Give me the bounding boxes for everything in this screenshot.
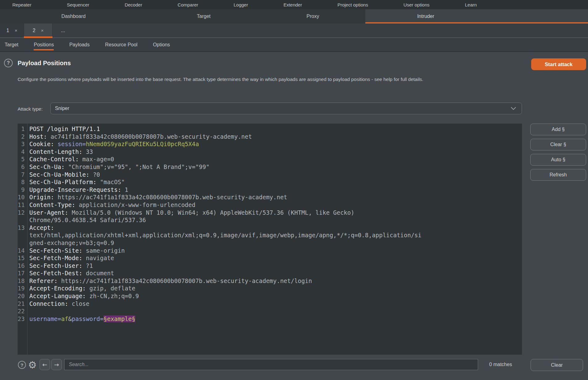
request-line: 10Origin: https://ac741f1a1f833a42c08060… bbox=[18, 193, 522, 201]
request-line: 12User-Agent: Mozilla/5.0 (Windows NT 10… bbox=[18, 209, 522, 217]
request-line: 9Upgrade-Insecure-Requests: 1 bbox=[18, 186, 522, 194]
tab-target[interactable]: Target bbox=[147, 9, 260, 23]
request-editor[interactable]: 1POST /login HTTP/1.12Host: ac741f1a1f83… bbox=[18, 124, 522, 355]
line-segment: Accept: bbox=[29, 224, 54, 231]
line-number: 21 bbox=[18, 300, 27, 308]
tab-intruder[interactable]: Intruder bbox=[365, 9, 588, 23]
attack-tab-1[interactable]: 1× bbox=[0, 23, 24, 37]
line-content: Sec-Ch-Ua-Platform: "macOS" bbox=[27, 178, 125, 186]
tab-positions[interactable]: Positions bbox=[34, 38, 54, 51]
next-match-button[interactable]: → bbox=[51, 359, 62, 370]
tab-options[interactable]: Options bbox=[153, 38, 170, 51]
line-segment: username= bbox=[29, 315, 61, 322]
section-tabs: TargetPositionsPayloadsResource PoolOpti… bbox=[0, 38, 588, 52]
menu-item-learn[interactable]: Learn bbox=[465, 2, 477, 7]
line-segment: Upgrade-Insecure-Requests: bbox=[29, 186, 125, 193]
attack-type-label: Attack type: bbox=[18, 106, 43, 112]
line-number: 18 bbox=[18, 277, 27, 285]
side-button-auto[interactable]: Auto § bbox=[530, 154, 586, 166]
line-number: 12 bbox=[18, 209, 27, 217]
line-segment: gzip, deflate bbox=[89, 285, 135, 292]
tab-proxy[interactable]: Proxy bbox=[260, 9, 365, 23]
request-line: 8Sec-Ch-Ua-Platform: "macOS" bbox=[18, 178, 522, 186]
line-content: Sec-Fetch-User: ?1 bbox=[27, 262, 93, 270]
line-number: 15 bbox=[18, 254, 27, 262]
menu-item-repeater[interactable]: Repeater bbox=[12, 2, 32, 7]
close-tab-icon[interactable]: × bbox=[41, 28, 44, 33]
line-content: Chrome/95.0.4638.54 Safari/537.36 bbox=[27, 216, 146, 224]
help-icon[interactable]: ? bbox=[18, 361, 26, 369]
line-number bbox=[18, 216, 27, 224]
line-number: 8 bbox=[18, 178, 27, 186]
menu-item-project-options[interactable]: Project options bbox=[338, 2, 368, 7]
line-segment: text/html,application/xhtml+xml,applicat… bbox=[29, 232, 422, 239]
line-content: Cookie: session=hNemd0S9yazFuQRIEKu5LQi0… bbox=[27, 140, 199, 148]
menubar: RepeaterSequencerDecoderComparerLoggerEx… bbox=[0, 0, 588, 9]
line-content: Sec-Ch-Ua: "Chromium";v="95", ";Not A Br… bbox=[27, 163, 209, 171]
attack-type-select[interactable]: Sniper bbox=[50, 103, 522, 114]
request-line: 22 bbox=[18, 307, 522, 315]
line-segment: Accept-Language: bbox=[29, 293, 89, 299]
previous-match-button[interactable]: ← bbox=[40, 359, 50, 370]
start-attack-button[interactable]: Start attack bbox=[531, 58, 586, 70]
side-button-refresh[interactable]: Refresh bbox=[530, 169, 586, 181]
request-line: 2Host: ac741f1a1f833a42c080600b0078007b.… bbox=[18, 133, 522, 141]
line-segment: ac741f1a1f833a42c080600b0078007b.web-sec… bbox=[51, 133, 252, 140]
gear-icon[interactable]: ⚙ bbox=[27, 360, 38, 370]
line-content: Accept: bbox=[27, 224, 54, 232]
request-line: 19Accept-Encoding: gzip, deflate bbox=[18, 285, 522, 292]
tab-label: Intruder bbox=[417, 14, 434, 19]
attack-tab-2[interactable]: 2× bbox=[24, 23, 52, 37]
menu-item-user-options[interactable]: User options bbox=[404, 2, 430, 7]
line-segment: same-origin bbox=[86, 247, 125, 254]
tab-payloads[interactable]: Payloads bbox=[69, 38, 90, 51]
line-content: Sec-Fetch-Mode: navigate bbox=[27, 254, 114, 262]
request-line: Chrome/95.0.4638.54 Safari/537.36 bbox=[18, 216, 522, 224]
attack-type-value: Sniper bbox=[55, 106, 69, 111]
line-number: 5 bbox=[18, 155, 27, 163]
line-number: 14 bbox=[18, 247, 27, 255]
menu-item-comparer[interactable]: Comparer bbox=[178, 2, 198, 7]
request-line: 13Accept: bbox=[18, 224, 522, 232]
line-segment: https://ac741f1a1f833a42c080600b0078007b… bbox=[61, 277, 312, 284]
clear-search-button[interactable]: Clear bbox=[531, 359, 583, 371]
attack-tab-more[interactable]: ... bbox=[52, 23, 74, 37]
menu-item-extender[interactable]: Extender bbox=[284, 2, 302, 7]
line-content: Accept-Language: zh-CN,zh;q=0.9 bbox=[27, 292, 139, 300]
line-content: POST /login HTTP/1.1 bbox=[27, 125, 100, 133]
line-content: Host: ac741f1a1f833a42c080600b0078007b.w… bbox=[27, 133, 252, 141]
line-segment: "Chromium";v="95", ";Not A Brand";v="99" bbox=[68, 163, 210, 170]
line-number: 4 bbox=[18, 148, 27, 156]
request-line: 20Accept-Language: zh-CN,zh;q=0.9 bbox=[18, 292, 522, 300]
attack-tabs: 1×2×... bbox=[0, 23, 588, 38]
close-tab-icon[interactable]: × bbox=[15, 28, 18, 33]
line-segment: Sec-Fetch-Site: bbox=[29, 247, 86, 254]
request-line: text/html,application/xhtml+xml,applicat… bbox=[18, 231, 522, 239]
side-button-add[interactable]: Add § bbox=[530, 124, 586, 135]
line-content: Content-Type: application/x-www-form-url… bbox=[27, 201, 195, 209]
attack-tab-label: 2 bbox=[33, 28, 36, 33]
side-button-clear[interactable]: Clear § bbox=[530, 139, 586, 150]
line-segment: gned-exchange;v=b3;q=0.9 bbox=[29, 239, 114, 246]
line-segment: 1 bbox=[125, 186, 128, 193]
help-icon[interactable]: ? bbox=[4, 59, 13, 67]
search-input[interactable] bbox=[64, 359, 478, 370]
tab-resource-pool[interactable]: Resource Pool bbox=[105, 38, 137, 51]
line-number: 11 bbox=[18, 201, 27, 209]
line-segment: "macOS" bbox=[100, 179, 125, 185]
tab-dashboard[interactable]: Dashboard bbox=[0, 9, 147, 23]
line-content: username=af&password=§example§ bbox=[27, 315, 135, 323]
line-content: Content-Length: 33 bbox=[27, 148, 93, 156]
module-tabs: DashboardTargetProxyIntruder bbox=[0, 9, 588, 23]
line-number: 13 bbox=[18, 224, 27, 232]
line-number: 19 bbox=[18, 285, 27, 292]
line-segment: navigate bbox=[86, 255, 114, 261]
menu-item-sequencer[interactable]: Sequencer bbox=[67, 2, 89, 7]
menu-item-decoder[interactable]: Decoder bbox=[125, 2, 142, 7]
tab-target[interactable]: Target bbox=[5, 38, 18, 51]
menu-item-logger[interactable]: Logger bbox=[233, 2, 248, 7]
line-content: Origin: https://ac741f1a1f833a42c080600b… bbox=[27, 193, 287, 201]
line-segment: application/x-www-form-urlencoded bbox=[79, 201, 195, 208]
line-content: Upgrade-Insecure-Requests: 1 bbox=[27, 186, 128, 194]
line-segment: & bbox=[68, 315, 72, 322]
